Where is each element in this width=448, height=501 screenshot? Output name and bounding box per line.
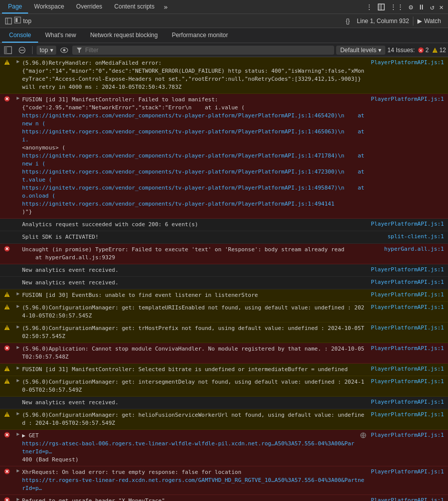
entry-message: New analytics event received. (22, 398, 369, 408)
svg-text:!: ! (6, 326, 9, 330)
tab-page[interactable]: Page (2, 0, 28, 14)
entry-source[interactable]: PlayerPlatformAPI.js:1 (369, 95, 448, 103)
log-levels-button[interactable]: Default levels ▾ (336, 46, 385, 55)
entry-source[interactable]: PlayerPlatformAPI.js:1 (369, 365, 448, 373)
entry-expand-toggle[interactable] (14, 303, 22, 308)
ptab-console[interactable]: Console (2, 28, 38, 43)
entry-source[interactable]: PlayerPlatformAPI.js:1 (369, 410, 448, 419)
log-link[interactable]: https://ignitetv.rogers.com/vendor_compo… (22, 112, 368, 127)
format-icon[interactable]: {} (343, 17, 353, 26)
log-link[interactable]: https://ignitetv.rogers.com/vendor_compo… (22, 201, 335, 207)
ptab-perf-monitor[interactable]: Performance monitor (165, 28, 235, 43)
entry-type-icon (0, 278, 14, 279)
entry-type-icon (0, 467, 14, 474)
entry-source[interactable]: split-client.js:1 (378, 232, 448, 241)
entry-type-icon (0, 496, 14, 501)
entry-source[interactable]: PlayerPlatformAPI.js:1 (369, 323, 448, 332)
sidebar-toggle-button[interactable] (2, 45, 14, 55)
log-link[interactable]: https://ignitetv.rogers.com/vendor_compo… (22, 185, 368, 199)
log-link[interactable]: https://tr.rogers-tve-linear-red.xcdn.ne… (22, 477, 364, 491)
svg-marker-42 (17, 367, 20, 370)
entry-expand-toggle (14, 245, 22, 246)
svg-marker-29 (17, 292, 20, 295)
entry-expand-toggle[interactable] (14, 58, 22, 64)
log-entry: Analytics request succeeded with code 20… (0, 219, 448, 231)
settings-icon[interactable]: ⚙ (406, 3, 415, 11)
log-link[interactable]: https://rgs-atsec-baol-006.rogers.tve-li… (22, 440, 354, 455)
entry-message: (5.96.0)ConfigurationManager: get: helio… (22, 410, 369, 428)
entry-message: (5.96.0)Application: Cannot stop module … (22, 344, 369, 362)
network-request-icon[interactable] (358, 431, 369, 440)
entry-source[interactable]: PlayerPlatformAPI.js:1 (369, 377, 448, 386)
filter-icon (76, 47, 82, 53)
entry-message: New analytics event received. (22, 265, 369, 275)
live-expressions-button[interactable] (58, 46, 70, 55)
filter-input[interactable] (85, 47, 331, 54)
entry-source[interactable]: PlayerPlatformAPI.js:1 (369, 344, 448, 353)
entry-type-icon (0, 398, 14, 399)
entry-source[interactable]: PlayerPlatformAPI.js:1 (369, 220, 448, 228)
entry-source[interactable]: PlayerPlatformAPI.js:1 (369, 496, 448, 501)
entry-expand-toggle[interactable] (14, 377, 22, 383)
log-link[interactable]: https://ignitetv.rogers.com/vendor_compo… (22, 169, 368, 183)
ptab-whatsnew[interactable]: What's new (38, 28, 83, 43)
entry-source[interactable]: PlayerPlatformAPI.js:1 (369, 278, 448, 286)
location-bar: top {} Line 1, Column 932 ▶ Watch (0, 14, 448, 28)
tab-workspace[interactable]: Workspace (28, 0, 70, 14)
entry-expand-toggle[interactable] (14, 431, 22, 436)
entry-source[interactable]: PlayerPlatformAPI.js:1 (369, 398, 448, 406)
entry-source[interactable]: PlayerPlatformAPI.js:1 (369, 290, 448, 299)
error-badge: ✕ 2 (418, 47, 429, 54)
log-entry: New analytics event received.PlayerPlatf… (0, 277, 448, 289)
svg-marker-48 (17, 412, 20, 415)
pause-icon[interactable]: ⏸ (415, 3, 427, 11)
ptab-network-blocking[interactable]: Network request blocking (83, 28, 165, 43)
entry-source[interactable]: PlayerPlatformAPI.js:1 (369, 431, 448, 439)
svg-marker-62 (17, 498, 20, 501)
frame-label: top (23, 18, 32, 25)
customize-icon[interactable]: ⋮ (363, 3, 375, 11)
entry-message: Uncaught (in promise) TypeError: Failed … (22, 245, 378, 263)
more-tabs-button[interactable]: » (161, 3, 171, 11)
top-tabs-bar: Page Workspace Overrides Content scripts… (0, 0, 448, 14)
dock-icon[interactable] (375, 4, 387, 11)
entry-expand-toggle (14, 398, 22, 399)
log-entry: !FUSION [id 31] ManifestController: Sele… (0, 364, 448, 376)
error-count: 2 (425, 47, 429, 54)
entry-expand-toggle[interactable] (14, 290, 22, 296)
entry-expand-toggle[interactable] (14, 410, 22, 416)
entry-expand-toggle[interactable] (14, 496, 22, 501)
tab-content-scripts[interactable]: Content scripts (108, 0, 161, 14)
clear-console-button[interactable] (16, 45, 28, 55)
entry-expand-toggle[interactable] (14, 323, 22, 329)
issues-label: 14 Issues: (387, 47, 415, 54)
entry-expand-toggle[interactable] (14, 344, 22, 350)
watch-button[interactable]: ▶ Watch (413, 17, 445, 26)
line-column: Line 1, Column 932 (353, 18, 413, 25)
log-link[interactable]: https://ignitetv.rogers.com/vendor_compo… (22, 128, 368, 143)
entry-expand-toggle[interactable] (14, 95, 22, 100)
entry-type-icon: ! (0, 365, 14, 372)
entry-source[interactable]: PlayerPlatformAPI.js:1 (369, 265, 448, 274)
log-link[interactable]: https://ignitetv.rogers.com/vendor_compo… (22, 152, 368, 167)
collapse-button[interactable] (3, 17, 14, 26)
log-entry: Uncaught (in promise) TypeError: Failed … (0, 244, 448, 264)
svg-marker-23 (17, 97, 20, 100)
more-options-icon[interactable]: ⋮⋮ (387, 3, 406, 11)
tab-overrides[interactable]: Overrides (70, 0, 108, 14)
log-entry: !(5.96.0)ConfigurationManager: get: temp… (0, 302, 448, 322)
close-devtools-icon[interactable]: ✕ (437, 3, 446, 11)
svg-marker-35 (17, 325, 20, 328)
log-entry: ▶ GEThttps://rgs-atsec-baol-006.rogers.t… (0, 430, 448, 466)
entry-source[interactable]: PlayerPlatformAPI.js:1 (369, 58, 448, 67)
entry-expand-toggle[interactable] (14, 467, 22, 473)
filter-input-area[interactable] (72, 46, 335, 55)
inspect-icon[interactable]: ↺ (427, 3, 436, 11)
context-selector[interactable]: top ▾ (37, 46, 56, 55)
entry-expand-toggle[interactable] (14, 365, 22, 370)
entry-expand-toggle (14, 220, 22, 221)
entry-source[interactable]: PlayerPlatformAPI.js:1 (369, 467, 448, 476)
entry-source[interactable]: PlayerPlatformAPI.js:1 (369, 303, 448, 311)
issues-counter[interactable]: 14 Issues: ✕ 2 ! 12 (387, 47, 446, 54)
entry-source[interactable]: hyperGard.all.js:1 (378, 245, 448, 253)
